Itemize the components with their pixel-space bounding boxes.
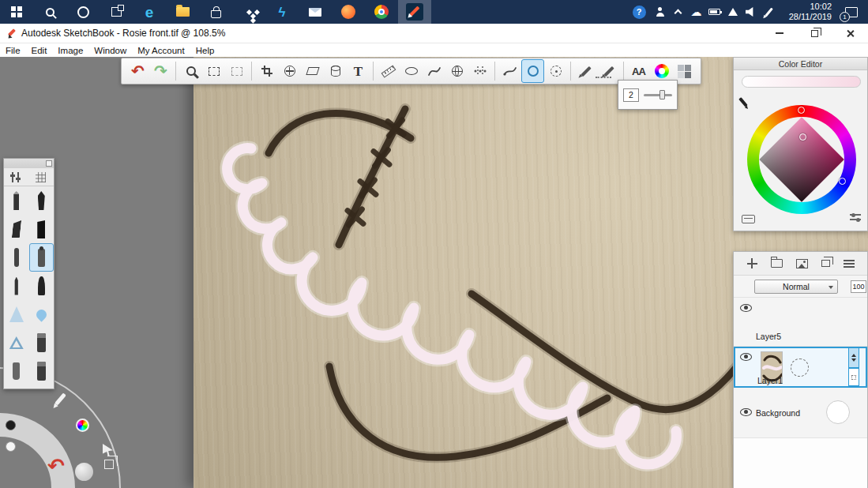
lagoon-white-swatch[interactable] (6, 441, 16, 452)
lagoon-color-wheel[interactable] (76, 419, 89, 432)
brush-smudge[interactable] (4, 357, 29, 385)
menu-edit[interactable]: Edit (26, 46, 53, 55)
restore-button[interactable] (797, 24, 832, 43)
taskbar-store[interactable] (199, 0, 232, 24)
lasso-select-tool[interactable] (225, 59, 248, 83)
menu-image[interactable]: Image (52, 46, 88, 55)
lagoon-undo-button[interactable]: ↶ (47, 456, 65, 476)
stroke-stabilizer-tool[interactable] (597, 59, 620, 83)
crop-tool[interactable] (255, 59, 278, 83)
visibility-eye-icon[interactable] (740, 304, 752, 312)
hue-handle[interactable] (798, 107, 805, 114)
action-center-button[interactable]: 1 (835, 0, 868, 24)
layer-folder-icon[interactable] (771, 259, 783, 268)
tray-pen-settings[interactable] (760, 0, 778, 24)
predictive-stroke-tool[interactable] (544, 59, 567, 83)
saturation-handle[interactable] (799, 133, 806, 141)
tray-network[interactable] (723, 0, 742, 24)
close-button[interactable] (832, 24, 868, 43)
color-editor-title[interactable]: Color Editor (734, 58, 867, 70)
taskbar-dropbox[interactable] (232, 0, 265, 24)
tray-help[interactable]: ? (627, 0, 651, 24)
circle-tool-selected[interactable] (521, 59, 544, 83)
ring-handle[interactable] (839, 178, 846, 185)
current-color-swatch[interactable] (742, 76, 861, 88)
marquee-select-tool[interactable] (202, 59, 225, 83)
minimize-button[interactable] (761, 24, 797, 43)
visibility-eye-icon[interactable] (740, 353, 752, 361)
brush-airbrush-selected[interactable] (29, 243, 54, 272)
steady-stroke-slider[interactable] (644, 94, 672, 96)
brush-bulb-pen[interactable] (29, 272, 54, 300)
layer-row-background[interactable]: Background (734, 388, 867, 438)
brush-library-icon[interactable] (36, 172, 46, 182)
layer-reorder-handle[interactable] (848, 347, 859, 368)
swatch-drawer-icon[interactable] (742, 215, 755, 223)
ruler-tool[interactable] (377, 59, 400, 83)
french-curve-tool[interactable] (423, 59, 445, 83)
tray-onedrive[interactable]: ☁ (687, 0, 705, 24)
brush-chisel-marker[interactable] (29, 215, 54, 243)
cortana-button[interactable] (66, 0, 100, 24)
steady-stroke-tool[interactable] (574, 59, 597, 83)
taskbar-chrome[interactable] (365, 0, 398, 24)
layer-menu-icon[interactable] (844, 260, 855, 268)
ellipse-guide-tool[interactable] (400, 59, 423, 83)
duplicate-layer-icon[interactable] (821, 260, 830, 267)
tray-show-hidden[interactable] (669, 0, 687, 24)
layer-opacity-input[interactable]: 100 (851, 280, 866, 293)
import-image-icon[interactable] (796, 259, 808, 268)
layer-row-layer1-selected[interactable]: Layer1 (734, 347, 867, 388)
layer-lock-toggle[interactable] (848, 368, 859, 386)
brush-fountain-pen[interactable] (29, 186, 54, 215)
brush-pencil[interactable] (4, 186, 29, 215)
sliders-icon[interactable] (850, 214, 861, 220)
saturation-diamond[interactable] (759, 117, 844, 201)
brush-eraser-soft[interactable] (29, 357, 54, 385)
taskbar-sketchbook-active[interactable] (398, 0, 431, 24)
redo-button[interactable]: ↷ (149, 59, 172, 83)
brush-settings-icon[interactable] (12, 172, 19, 182)
stroke-flick-tool[interactable] (498, 59, 521, 83)
tray-battery[interactable] (705, 0, 723, 24)
brush-triangle-outline[interactable] (4, 328, 29, 357)
menu-my-account[interactable]: My Account (132, 46, 190, 55)
menu-help[interactable]: Help (190, 46, 220, 55)
tray-volume[interactable] (742, 0, 760, 24)
add-layer-icon[interactable] (747, 258, 757, 268)
visibility-eye-icon[interactable] (740, 408, 752, 416)
palette-menu-button[interactable] (46, 160, 52, 167)
lagoon-black-swatch[interactable] (6, 420, 16, 430)
taskbar-firefox[interactable] (332, 0, 365, 24)
hue-wheel[interactable] (747, 105, 856, 214)
menu-file[interactable]: File (0, 46, 26, 55)
slider-knob[interactable] (659, 90, 665, 99)
brush-ballpoint[interactable] (4, 243, 29, 272)
color-picker-pen-icon[interactable] (738, 97, 747, 107)
taskbar-search-button[interactable] (33, 0, 66, 24)
taskbar-clock[interactable]: 10:02 28/11/2019 (778, 2, 835, 22)
distort-tool[interactable] (301, 59, 324, 83)
symmetry-tool[interactable] (468, 59, 491, 83)
taskbar-skype[interactable]: ϟ (265, 0, 299, 24)
lagoon-redo-button[interactable] (75, 463, 93, 481)
taskbar-edge[interactable]: e (133, 0, 166, 24)
undo-button[interactable]: ↶ (126, 59, 149, 83)
brush-marker[interactable] (4, 215, 29, 243)
transform-tool[interactable] (278, 59, 301, 83)
tray-people[interactable] (651, 0, 669, 24)
taskbar-file-explorer[interactable] (166, 0, 199, 24)
zoom-tool[interactable] (179, 59, 202, 83)
steady-stroke-value[interactable]: 2 (623, 88, 639, 102)
cylinder-wrap-tool[interactable] (324, 59, 347, 83)
taskbar-mail[interactable] (299, 0, 332, 24)
brush-water-drop[interactable] (29, 300, 54, 328)
brush-inking-pen[interactable] (4, 272, 29, 300)
perspective-tool[interactable] (445, 59, 468, 83)
brush-palette-header[interactable] (4, 159, 54, 168)
blend-mode-select[interactable]: Normal (754, 280, 838, 294)
brush-watercolor[interactable] (4, 300, 29, 328)
text-tool[interactable]: T (347, 59, 370, 83)
brush-eraser[interactable] (29, 328, 54, 357)
background-color-swatch[interactable] (826, 400, 850, 424)
